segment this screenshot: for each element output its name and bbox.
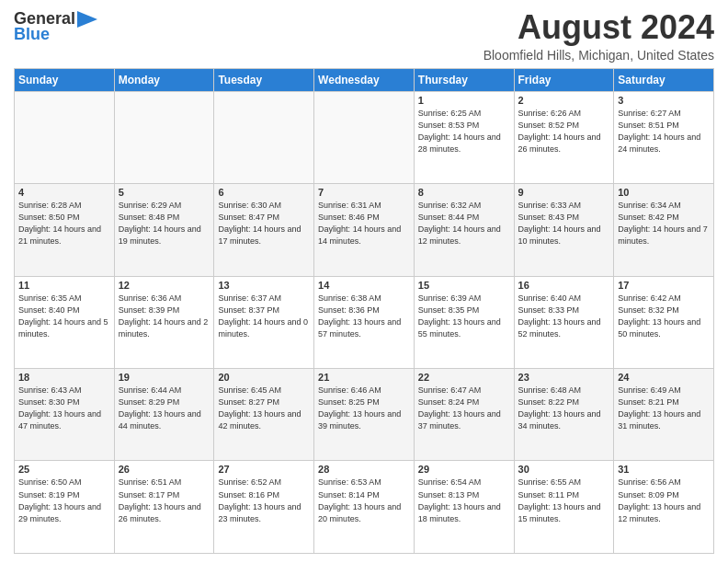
day-number: 1 (418, 95, 510, 106)
calendar-week-2: 4Sunrise: 6:28 AM Sunset: 8:50 PM Daylig… (15, 184, 714, 276)
day-info: Sunrise: 6:42 AM Sunset: 8:32 PM Dayligh… (618, 293, 710, 340)
day-number: 24 (618, 372, 710, 383)
day-number: 21 (318, 372, 410, 383)
col-thursday: Thursday (414, 68, 514, 91)
day-number: 5 (119, 187, 210, 198)
day-number: 16 (518, 280, 610, 291)
col-monday: Monday (114, 68, 214, 91)
day-info: Sunrise: 6:55 AM Sunset: 8:11 PM Dayligh… (518, 477, 610, 524)
day-info: Sunrise: 6:35 AM Sunset: 8:40 PM Dayligh… (18, 293, 110, 340)
calendar-cell-w1-d7: 3Sunrise: 6:27 AM Sunset: 8:51 PM Daylig… (614, 91, 714, 183)
calendar-cell-w3-d1: 11Sunrise: 6:35 AM Sunset: 8:40 PM Dayli… (15, 276, 115, 368)
calendar-cell-w2-d7: 10Sunrise: 6:34 AM Sunset: 8:42 PM Dayli… (614, 184, 714, 276)
calendar-cell-w2-d3: 6Sunrise: 6:30 AM Sunset: 8:47 PM Daylig… (214, 184, 314, 276)
calendar-cell-w3-d6: 16Sunrise: 6:40 AM Sunset: 8:33 PM Dayli… (514, 276, 614, 368)
day-number: 31 (618, 464, 710, 475)
day-number: 19 (119, 372, 210, 383)
day-number: 23 (518, 372, 610, 383)
day-number: 9 (518, 187, 610, 198)
title-area: August 2024 Bloomfield Hills, Michigan, … (483, 9, 714, 63)
day-number: 12 (119, 280, 210, 291)
calendar-week-3: 11Sunrise: 6:35 AM Sunset: 8:40 PM Dayli… (15, 276, 714, 368)
day-info: Sunrise: 6:51 AM Sunset: 8:17 PM Dayligh… (119, 477, 210, 524)
day-info: Sunrise: 6:54 AM Sunset: 8:13 PM Dayligh… (418, 477, 510, 524)
day-number: 17 (618, 280, 710, 291)
calendar-cell-w4-d2: 19Sunrise: 6:44 AM Sunset: 8:29 PM Dayli… (114, 369, 214, 461)
day-info: Sunrise: 6:34 AM Sunset: 8:42 PM Dayligh… (618, 200, 710, 247)
day-info: Sunrise: 6:52 AM Sunset: 8:16 PM Dayligh… (218, 477, 310, 524)
col-tuesday: Tuesday (214, 68, 314, 91)
col-friday: Friday (514, 68, 614, 91)
calendar-week-1: 1Sunrise: 6:25 AM Sunset: 8:53 PM Daylig… (15, 91, 714, 183)
calendar-cell-w4-d5: 22Sunrise: 6:47 AM Sunset: 8:24 PM Dayli… (414, 369, 514, 461)
day-info: Sunrise: 6:43 AM Sunset: 8:30 PM Dayligh… (18, 385, 110, 432)
day-number: 22 (418, 372, 510, 383)
day-info: Sunrise: 6:28 AM Sunset: 8:50 PM Dayligh… (18, 200, 110, 247)
day-info: Sunrise: 6:44 AM Sunset: 8:29 PM Dayligh… (119, 385, 210, 432)
calendar-header-row: Sunday Monday Tuesday Wednesday Thursday… (15, 68, 714, 91)
day-number: 20 (218, 372, 310, 383)
day-info: Sunrise: 6:46 AM Sunset: 8:25 PM Dayligh… (318, 385, 410, 432)
calendar-cell-w2-d5: 8Sunrise: 6:32 AM Sunset: 8:44 PM Daylig… (414, 184, 514, 276)
day-number: 4 (18, 187, 110, 198)
day-info: Sunrise: 6:31 AM Sunset: 8:46 PM Dayligh… (318, 200, 410, 247)
day-number: 6 (218, 187, 310, 198)
day-info: Sunrise: 6:26 AM Sunset: 8:52 PM Dayligh… (518, 108, 610, 155)
calendar-cell-w4-d4: 21Sunrise: 6:46 AM Sunset: 8:25 PM Dayli… (314, 369, 415, 461)
calendar-week-4: 18Sunrise: 6:43 AM Sunset: 8:30 PM Dayli… (15, 369, 714, 461)
calendar-cell-w4-d3: 20Sunrise: 6:45 AM Sunset: 8:27 PM Dayli… (214, 369, 314, 461)
day-info: Sunrise: 6:40 AM Sunset: 8:33 PM Dayligh… (518, 293, 610, 340)
calendar-cell-w1-d3 (214, 91, 314, 183)
location-subtitle: Bloomfield Hills, Michigan, United State… (483, 48, 714, 63)
day-number: 7 (318, 187, 410, 198)
col-wednesday: Wednesday (314, 68, 415, 91)
day-number: 30 (518, 464, 610, 475)
day-info: Sunrise: 6:47 AM Sunset: 8:24 PM Dayligh… (418, 385, 510, 432)
calendar-cell-w1-d5: 1Sunrise: 6:25 AM Sunset: 8:53 PM Daylig… (414, 91, 514, 183)
day-number: 10 (618, 187, 710, 198)
calendar-cell-w1-d4 (314, 91, 415, 183)
col-saturday: Saturday (614, 68, 714, 91)
day-info: Sunrise: 6:33 AM Sunset: 8:43 PM Dayligh… (518, 200, 610, 247)
calendar-cell-w1-d2 (114, 91, 214, 183)
day-info: Sunrise: 6:39 AM Sunset: 8:35 PM Dayligh… (418, 293, 510, 340)
calendar-cell-w4-d6: 23Sunrise: 6:48 AM Sunset: 8:22 PM Dayli… (514, 369, 614, 461)
day-number: 2 (518, 95, 610, 106)
calendar-cell-w2-d1: 4Sunrise: 6:28 AM Sunset: 8:50 PM Daylig… (15, 184, 115, 276)
calendar-table: Sunday Monday Tuesday Wednesday Thursday… (14, 68, 714, 554)
day-info: Sunrise: 6:48 AM Sunset: 8:22 PM Dayligh… (518, 385, 610, 432)
day-number: 18 (18, 372, 110, 383)
day-info: Sunrise: 6:30 AM Sunset: 8:47 PM Dayligh… (218, 200, 310, 247)
calendar-cell-w3-d5: 15Sunrise: 6:39 AM Sunset: 8:35 PM Dayli… (414, 276, 514, 368)
calendar-cell-w5-d3: 27Sunrise: 6:52 AM Sunset: 8:16 PM Dayli… (214, 461, 314, 554)
day-number: 15 (418, 280, 510, 291)
day-number: 3 (618, 95, 710, 106)
day-info: Sunrise: 6:56 AM Sunset: 8:09 PM Dayligh… (618, 477, 710, 524)
svg-marker-0 (77, 11, 97, 28)
calendar-cell-w5-d1: 25Sunrise: 6:50 AM Sunset: 8:19 PM Dayli… (15, 461, 115, 554)
calendar-week-5: 25Sunrise: 6:50 AM Sunset: 8:19 PM Dayli… (15, 461, 714, 554)
calendar-cell-w4-d7: 24Sunrise: 6:49 AM Sunset: 8:21 PM Dayli… (614, 369, 714, 461)
col-sunday: Sunday (15, 68, 115, 91)
day-number: 14 (318, 280, 410, 291)
day-info: Sunrise: 6:36 AM Sunset: 8:39 PM Dayligh… (119, 293, 210, 340)
day-info: Sunrise: 6:32 AM Sunset: 8:44 PM Dayligh… (418, 200, 510, 247)
day-info: Sunrise: 6:53 AM Sunset: 8:14 PM Dayligh… (318, 477, 410, 524)
day-number: 29 (418, 464, 510, 475)
calendar-cell-w2-d6: 9Sunrise: 6:33 AM Sunset: 8:43 PM Daylig… (514, 184, 614, 276)
day-info: Sunrise: 6:45 AM Sunset: 8:27 PM Dayligh… (218, 385, 310, 432)
day-number: 8 (418, 187, 510, 198)
day-info: Sunrise: 6:49 AM Sunset: 8:21 PM Dayligh… (618, 385, 710, 432)
calendar-cell-w5-d4: 28Sunrise: 6:53 AM Sunset: 8:14 PM Dayli… (314, 461, 415, 554)
day-number: 28 (318, 464, 410, 475)
day-info: Sunrise: 6:50 AM Sunset: 8:19 PM Dayligh… (18, 477, 110, 524)
calendar-cell-w3-d7: 17Sunrise: 6:42 AM Sunset: 8:32 PM Dayli… (614, 276, 714, 368)
day-info: Sunrise: 6:25 AM Sunset: 8:53 PM Dayligh… (418, 108, 510, 155)
logo-arrow-icon (77, 11, 97, 28)
day-info: Sunrise: 6:38 AM Sunset: 8:36 PM Dayligh… (318, 293, 410, 340)
calendar-cell-w4-d1: 18Sunrise: 6:43 AM Sunset: 8:30 PM Dayli… (15, 369, 115, 461)
calendar-cell-w1-d1 (15, 91, 115, 183)
calendar-cell-w2-d2: 5Sunrise: 6:29 AM Sunset: 8:48 PM Daylig… (114, 184, 214, 276)
day-number: 26 (119, 464, 210, 475)
day-number: 11 (18, 280, 110, 291)
